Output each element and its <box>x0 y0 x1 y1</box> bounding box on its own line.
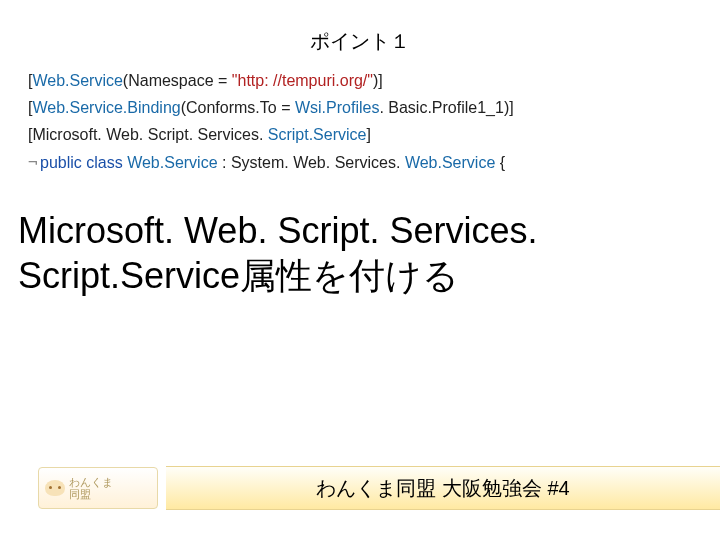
string-literal: "http: //tempuri.org/" <box>232 72 373 89</box>
outline-mark: ¬ <box>28 149 40 176</box>
code-line-3: [Microsoft. Web. Script. Services. Scrip… <box>28 121 692 148</box>
bracket: )] <box>373 72 383 89</box>
footer-text: わんくま同盟 大阪勉強会 #4 <box>316 475 569 502</box>
footer-bar: わんくま同盟 大阪勉強会 #4 <box>166 466 720 510</box>
bear-icon <box>45 480 65 496</box>
logo-text-line-2: 同盟 <box>69 488 113 500</box>
code-text: (Namespace = <box>123 72 232 89</box>
code-text: [Microsoft. Web. Script. Services. <box>28 126 268 143</box>
logo-text-line-1: わんくま <box>69 476 113 488</box>
code-line-2: [Web.Service.Binding(Conforms.To = Wsi.P… <box>28 94 692 121</box>
type-name: Web.Service.Binding <box>32 99 180 116</box>
bracket: ] <box>366 126 370 143</box>
code-text: (Conforms.To = <box>181 99 295 116</box>
type-name: Web.Service <box>32 72 122 89</box>
code-text: : System. Web. Services. <box>218 154 405 171</box>
footer: わんくま 同盟 わんくま同盟 大阪勉強会 #4 <box>0 464 720 512</box>
code-block: [Web.Service(Namespace = "http: //tempur… <box>28 67 692 176</box>
keyword: public class <box>40 154 127 171</box>
slide-title: ポイント１ <box>0 0 720 55</box>
headline: Microsoft. Web. Script. Services. Script… <box>18 208 702 298</box>
type-name: Web.Service <box>127 154 217 171</box>
code-text: . Basic.Profile1_1)] <box>379 99 513 116</box>
type-name: Script.Service <box>268 126 367 143</box>
code-line-1: [Web.Service(Namespace = "http: //tempur… <box>28 67 692 94</box>
type-name: Wsi.Profiles <box>295 99 379 116</box>
type-name: Web.Service <box>405 154 495 171</box>
headline-line-1: Microsoft. Web. Script. Services. <box>18 208 702 253</box>
logo-text: わんくま 同盟 <box>69 476 113 500</box>
code-line-4: ¬public class Web.Service : System. Web.… <box>28 149 692 176</box>
headline-line-2: Script.Service属性を付ける <box>18 253 702 298</box>
code-text: { <box>495 154 505 171</box>
logo: わんくま 同盟 <box>38 467 158 509</box>
